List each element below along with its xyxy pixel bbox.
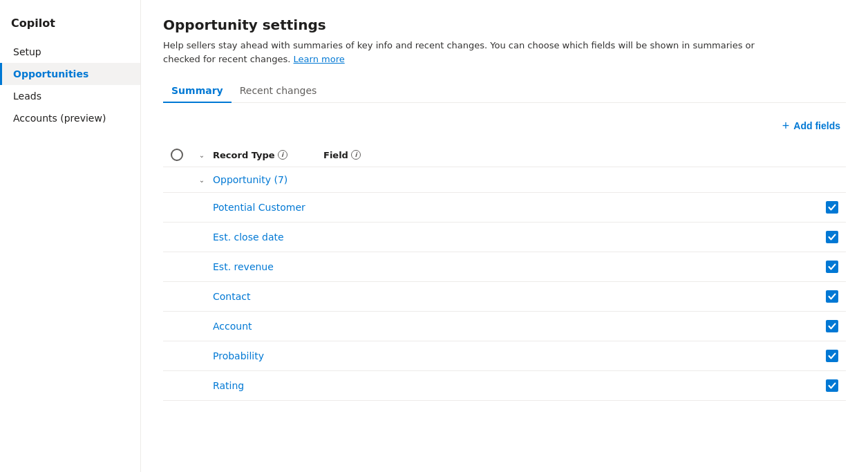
field-name-est-revenue: Est. revenue: [163, 261, 818, 272]
checkbox-checked-icon[interactable]: [826, 290, 838, 303]
field-row-est-revenue: Est. revenue: [163, 252, 846, 282]
checkbox-checked-icon[interactable]: [826, 201, 838, 214]
field-row-rating: Rating: [163, 371, 846, 401]
tab-summary[interactable]: Summary: [163, 79, 232, 103]
opportunity-row: ⌄ Opportunity (7): [163, 167, 846, 193]
checkbox-checked-icon[interactable]: [826, 231, 838, 243]
page-description: Help sellers stay ahead with summaries o…: [163, 39, 785, 66]
sidebar-item-opportunities[interactable]: Opportunities: [0, 63, 140, 85]
tab-bar: Summary Recent changes: [163, 79, 846, 103]
main-content: Opportunity settings Help sellers stay a…: [141, 0, 868, 472]
field-name-est-close-date: Est. close date: [163, 232, 818, 243]
record-type-header: Record Type i: [213, 150, 323, 160]
field-checkbox-est-close-date[interactable]: [818, 231, 846, 243]
sidebar-item-label: Opportunities: [13, 68, 88, 79]
field-row-account: Account: [163, 312, 846, 341]
field-checkbox-account[interactable]: [818, 320, 846, 332]
checkbox-checked-icon[interactable]: [826, 350, 838, 362]
field-checkbox-rating[interactable]: [818, 379, 846, 392]
field-row-contact: Contact: [163, 282, 846, 312]
table-header: ⌄ Record Type i Field i: [163, 143, 846, 167]
header-checkbox-col: [163, 149, 191, 161]
add-fields-row: + Add fields: [163, 117, 846, 135]
field-row-potential-customer: Potential Customer: [163, 193, 846, 223]
add-fields-button[interactable]: + Add fields: [777, 117, 846, 135]
sidebar-item-leads[interactable]: Leads: [0, 85, 140, 107]
sidebar-item-label: Leads: [13, 91, 41, 102]
field-name-potential-customer: Potential Customer: [163, 202, 818, 213]
sidebar-item-accounts[interactable]: Accounts (preview): [0, 107, 140, 129]
sidebar-item-setup[interactable]: Setup: [0, 41, 140, 63]
expand-all-icon[interactable]: ⌄: [199, 151, 205, 159]
learn-more-link[interactable]: Learn more: [294, 54, 345, 64]
field-info-icon[interactable]: i: [351, 150, 361, 160]
field-row-probability: Probability: [163, 341, 846, 371]
record-type-info-icon[interactable]: i: [278, 150, 287, 160]
checkbox-checked-icon[interactable]: [826, 379, 838, 392]
checkbox-checked-icon[interactable]: [826, 320, 838, 332]
opportunity-label[interactable]: Opportunity (7): [213, 174, 287, 185]
sidebar-item-label: Accounts (preview): [13, 113, 106, 124]
field-checkbox-contact[interactable]: [818, 290, 846, 303]
opportunity-chevron-col[interactable]: ⌄: [191, 176, 213, 184]
select-all-checkbox[interactable]: [171, 149, 183, 161]
field-name-account: Account: [163, 321, 818, 332]
field-checkbox-probability[interactable]: [818, 350, 846, 362]
field-name-probability: Probability: [163, 350, 818, 361]
sidebar-title: Copilot: [0, 11, 140, 41]
field-header: Field i: [323, 150, 818, 160]
tab-recent-changes[interactable]: Recent changes: [232, 79, 326, 103]
sidebar-item-label: Setup: [13, 46, 41, 57]
opportunity-collapse-icon[interactable]: ⌄: [199, 176, 205, 184]
field-name-rating: Rating: [163, 380, 818, 391]
plus-icon: +: [782, 120, 790, 132]
field-name-contact: Contact: [163, 291, 818, 302]
sidebar: Copilot Setup Opportunities Leads Accoun…: [0, 0, 141, 472]
field-row-est-close-date: Est. close date: [163, 223, 846, 252]
field-checkbox-est-revenue[interactable]: [818, 261, 846, 273]
page-title: Opportunity settings: [163, 17, 846, 33]
checkbox-checked-icon[interactable]: [826, 261, 838, 273]
field-checkbox-potential-customer[interactable]: [818, 201, 846, 214]
header-chevron-col: ⌄: [191, 151, 213, 159]
opportunity-label-col: Opportunity (7): [213, 174, 818, 185]
